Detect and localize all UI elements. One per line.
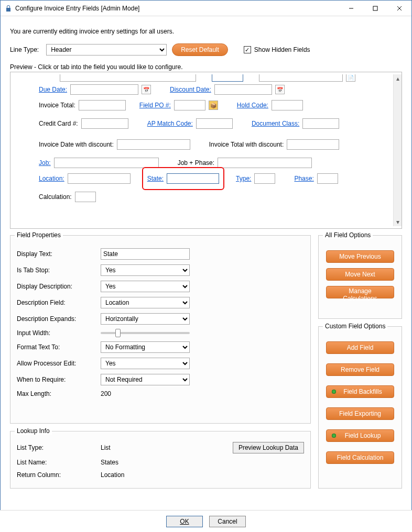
field-calculation-button[interactable]: Field Calculation [326,451,394,464]
phase-link[interactable]: Phase: [294,175,313,182]
state-link[interactable]: State: [147,175,164,182]
allow-edit-label: Allow Processor Edit: [17,360,101,367]
desc-expands-select[interactable]: Horizontally [101,313,190,325]
preview-panel: 📄 Due Date: 📅 Discount Date: 📅 Invoice T… [10,72,402,229]
tab-stop-label: Is Tab Stop: [17,267,101,274]
calculation-input[interactable] [75,192,96,202]
show-hidden-label: Show Hidden Fields [254,46,310,53]
due-date-link[interactable]: Due Date: [39,86,67,93]
inv-total-disc-label: Invoice Total with discount: [209,141,284,148]
inv-date-disc-input[interactable] [117,139,190,150]
list-name-value: States [101,459,220,466]
ok-button[interactable]: OK [166,516,203,527]
scroll-down-icon[interactable]: ▾ [394,218,402,226]
custom-field-options-title: Custom Field Options [323,323,387,330]
input-width-label: Input Width: [17,329,101,337]
location-input[interactable] [68,173,131,184]
document-class-link[interactable]: Document Class: [252,120,299,127]
when-require-select[interactable]: Not Required [101,374,190,385]
hold-code-link[interactable]: Hold Code: [237,102,268,109]
ap-match-input[interactable] [196,118,233,129]
inv-date-disc-label: Invoice Date with discount: [39,141,114,148]
preview-scrollbar[interactable]: ▴ ▾ [393,74,402,226]
inv-total-disc-input[interactable] [287,139,339,150]
allow-edit-select[interactable]: Yes [101,358,190,369]
scroll-up-icon[interactable]: ▴ [394,74,402,83]
state-highlight: State: [142,167,224,190]
calculation-label: Calculation: [39,193,72,201]
lock-icon [5,5,12,12]
line-type-label: Line Type: [10,46,39,53]
cancel-button[interactable]: Cancel [209,516,246,527]
field-properties-group: Field Properties Display Text: Is Tab St… [10,235,311,424]
minimize-button[interactable] [339,1,363,16]
type-link[interactable]: Type: [236,175,251,182]
display-desc-label: Display Description: [17,283,101,290]
all-field-options-title: All Field Options [323,231,373,239]
move-previous-button[interactable]: Move Previous [326,250,394,263]
remove-field-button[interactable]: Remove Field [326,363,394,376]
reset-default-button[interactable]: Reset Default [172,43,228,56]
svg-rect-1 [373,6,377,10]
document-class-input[interactable] [302,118,339,129]
preview-lookup-button[interactable]: Preview Lookup Data [233,442,304,453]
package-icon[interactable]: 📦 [209,101,218,110]
job-link[interactable]: Job: [39,159,51,167]
location-link[interactable]: Location: [39,175,64,182]
state-input[interactable] [167,173,219,184]
tab-stop-select[interactable]: Yes [101,264,190,276]
all-field-options-group: All Field Options Move Previous Move Nex… [318,235,402,319]
due-date-input[interactable] [70,84,138,95]
calendar-icon[interactable]: 📄 [346,74,355,82]
display-text-label: Display Text: [17,250,101,258]
desc-field-label: Description Field: [17,299,101,306]
credit-card-label: Credit Card #: [39,120,78,127]
add-field-button[interactable]: Add Field [326,341,394,354]
invoice-total-label: Invoice Total: [39,102,75,109]
field-po-input[interactable] [174,100,205,110]
calendar-icon[interactable]: 📅 [142,85,151,94]
desc-field-select[interactable]: Location [101,297,190,308]
window-title: Configure Invoice Entry Fields [Admin Mo… [15,5,339,12]
job-phase-input[interactable] [218,158,312,168]
job-phase-label: Job + Phase: [178,159,214,167]
calendar-icon[interactable]: 📅 [275,85,285,94]
format-select[interactable]: No Formatting [101,341,190,353]
subtitle-text: You are currently editing invoice entry … [10,28,402,35]
close-button[interactable] [387,1,411,16]
field-po-link[interactable]: Field PO #: [139,102,171,109]
lookup-info-title: Lookup Info [15,427,52,435]
custom-field-options-group: Custom Field Options Add Field Remove Fi… [318,326,402,489]
line-type-select[interactable]: Header [46,44,167,56]
display-text-input[interactable] [101,248,190,260]
discount-date-input[interactable] [214,84,272,95]
field-backfills-button[interactable]: Field Backfills [326,385,394,398]
list-name-label: List Name: [17,459,101,466]
manage-calculations-button[interactable]: Manage Calculations [326,286,394,298]
field-lookup-button[interactable]: Field Lookup [326,429,394,442]
type-input[interactable] [254,173,275,184]
field-properties-title: Field Properties [15,231,63,239]
input-width-slider[interactable] [101,332,190,334]
return-col-label: Return Column: [17,471,101,479]
when-require-label: When to Require: [17,376,101,383]
field-exporting-button[interactable]: Field Exporting [326,407,394,420]
lookup-info-group: Lookup Info List Type: List Preview Look… [10,431,311,489]
checkbox-icon: ✓ [244,46,251,53]
move-next-button[interactable]: Move Next [326,268,394,281]
maximize-button[interactable] [363,1,387,16]
desc-expands-label: Description Expands: [17,315,101,323]
credit-card-input[interactable] [81,118,128,129]
max-length-value: 200 [101,390,195,397]
phase-input[interactable] [317,173,338,184]
max-length-label: Max Length: [17,390,101,397]
invoice-total-input[interactable] [79,100,126,110]
return-col-value: Location [101,471,220,479]
preview-heading: Preview - Click or tab into the field yo… [10,63,402,71]
hold-code-input[interactable] [272,100,303,110]
display-desc-select[interactable]: Yes [101,281,190,292]
ap-match-link[interactable]: AP Match Code: [147,120,193,127]
job-input[interactable] [54,158,159,168]
discount-date-link[interactable]: Discount Date: [170,86,211,93]
show-hidden-checkbox[interactable]: ✓ Show Hidden Fields [244,46,310,53]
